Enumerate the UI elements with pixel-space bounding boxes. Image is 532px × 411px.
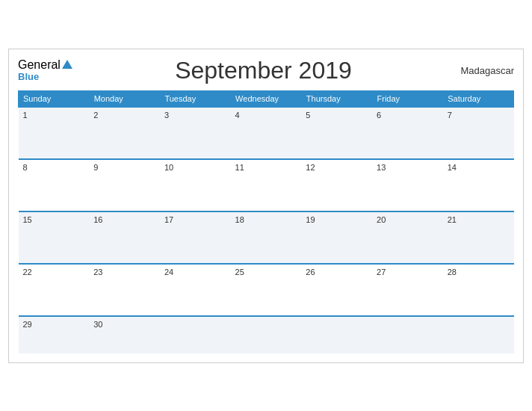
calendar-cell: 7: [443, 107, 514, 159]
calendar-cell: 23: [89, 264, 160, 316]
calendar-cell: 4: [231, 107, 302, 159]
logo-general: General: [18, 58, 72, 72]
calendar-cell: 18: [231, 211, 302, 264]
logo-triangle-icon: [62, 60, 72, 69]
day-header-thursday: Thursday: [301, 90, 372, 107]
calendar-week-3: 15161718192021: [19, 211, 514, 264]
calendar-cell: 6: [372, 107, 443, 159]
calendar-cell: 14: [443, 159, 514, 211]
calendar-cell: 12: [301, 159, 372, 211]
logo-general-text: General: [18, 58, 61, 71]
calendar-cell: 11: [231, 159, 302, 211]
calendar-cell: 13: [372, 159, 443, 211]
calendar-cell: 27: [372, 264, 443, 316]
calendar-cell: 30: [89, 316, 160, 353]
calendar-cell: [372, 316, 443, 353]
calendar-week-2: 891011121314: [19, 159, 514, 211]
calendar-cell: 2: [89, 107, 160, 159]
calendar-cell: [160, 316, 231, 353]
calendar-cell: 28: [443, 264, 514, 316]
calendar-body: 1234567891011121314151617181920212223242…: [19, 107, 514, 353]
day-header-tuesday: Tuesday: [160, 90, 231, 107]
calendar-cell: 3: [160, 107, 231, 159]
day-headers: SundayMondayTuesdayWednesdayThursdayFrid…: [19, 90, 514, 107]
calendar-cell: [301, 316, 372, 353]
calendar-cell: [443, 316, 514, 353]
calendar-cell: 20: [372, 211, 443, 264]
calendar-header-row: SundayMondayTuesdayWednesdayThursdayFrid…: [19, 90, 514, 107]
calendar-cell: 15: [19, 211, 90, 264]
day-header-sunday: Sunday: [19, 90, 90, 107]
day-header-friday: Friday: [372, 90, 443, 107]
calendar-title: September 2019: [72, 57, 454, 84]
calendar: General Blue September 2019 Madagascar S…: [8, 49, 524, 363]
calendar-table: SundayMondayTuesdayWednesdayThursdayFrid…: [18, 90, 514, 353]
calendar-cell: 10: [160, 159, 231, 211]
calendar-week-1: 1234567: [19, 107, 514, 159]
logo: General Blue: [18, 58, 72, 82]
calendar-cell: 22: [19, 264, 90, 316]
calendar-cell: 1: [19, 107, 90, 159]
calendar-cell: 16: [89, 211, 160, 264]
calendar-week-4: 22232425262728: [19, 264, 514, 316]
calendar-cell: [231, 316, 302, 353]
country-label: Madagascar: [454, 65, 514, 76]
calendar-cell: 5: [301, 107, 372, 159]
calendar-cell: 19: [301, 211, 372, 264]
calendar-cell: 26: [301, 264, 372, 316]
calendar-header: General Blue September 2019 Madagascar: [18, 57, 514, 84]
calendar-cell: 24: [160, 264, 231, 316]
calendar-cell: 8: [19, 159, 90, 211]
calendar-cell: 29: [19, 316, 90, 353]
calendar-cell: 17: [160, 211, 231, 264]
day-header-monday: Monday: [89, 90, 160, 107]
calendar-cell: 9: [89, 159, 160, 211]
calendar-cell: 21: [443, 211, 514, 264]
day-header-saturday: Saturday: [443, 90, 514, 107]
day-header-wednesday: Wednesday: [231, 90, 302, 107]
calendar-week-5: 2930: [19, 316, 514, 353]
logo-blue: Blue: [18, 72, 72, 82]
calendar-cell: 25: [231, 264, 302, 316]
